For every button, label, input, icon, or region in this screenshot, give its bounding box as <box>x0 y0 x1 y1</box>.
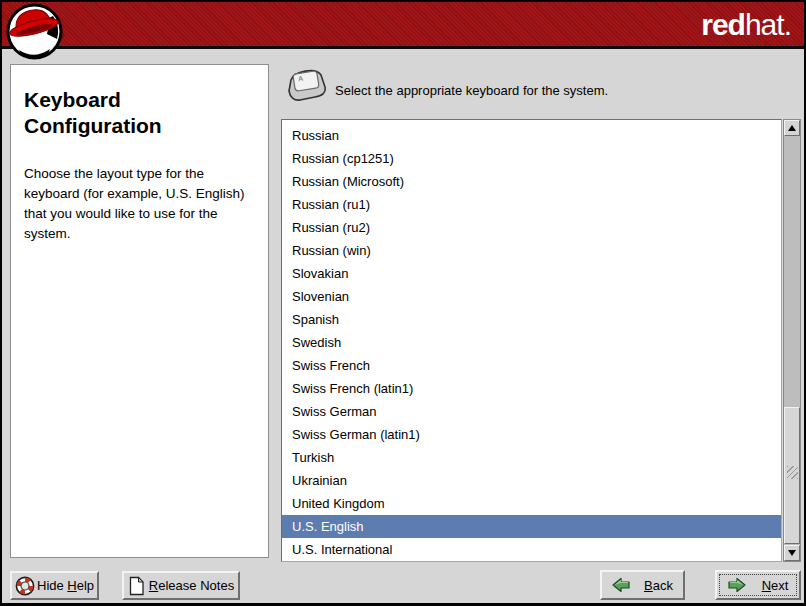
release-notes-label: Release Notes <box>149 578 234 593</box>
next-arrow-icon <box>728 577 746 593</box>
redhat-shadowman-icon <box>6 3 63 60</box>
scroll-down-button[interactable] <box>784 545 800 561</box>
list-item[interactable]: United Kingdom <box>282 492 781 515</box>
list-item[interactable]: U.S. International <box>282 538 781 561</box>
list-item[interactable]: Slovenian <box>282 285 781 308</box>
hide-help-button[interactable]: Hide Help <box>10 571 99 600</box>
svg-text:A: A <box>297 74 303 82</box>
next-label: Next <box>762 578 789 593</box>
list-item[interactable]: Swiss German <box>282 400 781 423</box>
installer-window: redhat. ® Keyboard Configuration Choose … <box>0 0 806 606</box>
wordmark-period: . <box>784 8 791 41</box>
keyboard-list[interactable]: RussianRussian (cp1251)Russian (Microsof… <box>281 119 782 562</box>
life-ring-icon <box>15 576 35 596</box>
help-text: Choose the layout type for the keyboard … <box>24 164 256 244</box>
wordmark-hat: hat <box>745 8 784 41</box>
scrollbar-thumb[interactable] <box>784 407 800 544</box>
page-title: Keyboard Configuration <box>24 87 214 140</box>
next-button[interactable]: Next <box>715 570 801 600</box>
list-scrollbar[interactable] <box>783 119 801 562</box>
list-item[interactable]: Slovakian <box>282 262 781 285</box>
list-item[interactable]: Russian <box>282 124 781 147</box>
list-item[interactable]: Spanish <box>282 308 781 331</box>
list-item[interactable]: Swiss French <box>282 354 781 377</box>
header-banner: redhat. <box>2 2 804 49</box>
list-item[interactable]: Swiss German (latin1) <box>282 423 781 446</box>
scrollbar-grip-icon <box>787 466 798 479</box>
wordmark-red: red <box>701 8 745 41</box>
list-item[interactable]: Swedish <box>282 331 781 354</box>
document-icon <box>128 576 145 596</box>
list-item[interactable]: Russian (Microsoft) <box>282 170 781 193</box>
help-panel: Keyboard Configuration Choose the layout… <box>10 64 269 558</box>
list-item[interactable]: Turkish <box>282 446 781 469</box>
registered-mark: ® <box>59 32 64 39</box>
list-item[interactable]: Russian (ru1) <box>282 193 781 216</box>
back-arrow-icon <box>612 577 630 593</box>
back-label: Back <box>644 578 673 593</box>
release-notes-button[interactable]: Release Notes <box>122 571 240 600</box>
list-item[interactable]: U.S. English <box>282 515 781 538</box>
scroll-up-button[interactable] <box>784 120 800 136</box>
hide-help-label: Hide Help <box>37 578 94 593</box>
arrow-up-icon <box>788 125 796 131</box>
list-item[interactable]: Russian (ru2) <box>282 216 781 239</box>
keyboard-key-icon: A <box>286 66 328 108</box>
list-item[interactable]: Russian (win) <box>282 239 781 262</box>
list-item[interactable]: Swiss French (latin1) <box>282 377 781 400</box>
redhat-wordmark: redhat. <box>701 5 791 45</box>
arrow-down-icon <box>788 550 796 556</box>
list-item[interactable]: Russian (cp1251) <box>282 147 781 170</box>
list-item[interactable]: Ukrainian <box>282 469 781 492</box>
back-button[interactable]: Back <box>600 570 685 600</box>
instruction-text: Select the appropriate keyboard for the … <box>335 83 608 98</box>
